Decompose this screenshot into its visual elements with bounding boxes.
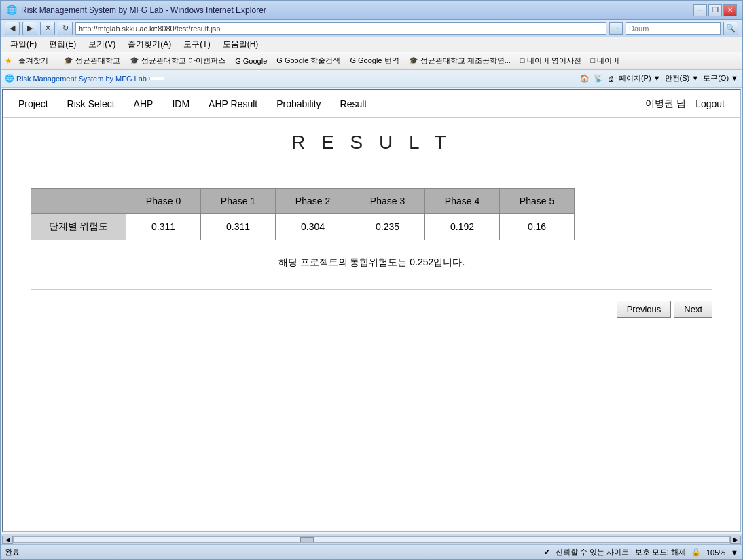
minimize-button[interactable]: ─: [693, 4, 707, 16]
status-bar: 완료 ✔ 신뢰할 수 있는 사이트 | 보호 모드: 해제 🔒 105% ▼: [1, 544, 742, 559]
home-icon[interactable]: 🏠: [580, 74, 590, 83]
title-bar: 🌐 Risk Management System by MFG Lab - Wi…: [1, 1, 742, 20]
phase1-value: 0.311: [201, 214, 276, 240]
menu-view[interactable]: 보기(V): [83, 37, 121, 52]
search-button[interactable]: 🔍: [723, 22, 738, 35]
status-text: 완료: [5, 547, 20, 557]
top-divider: [31, 174, 712, 174]
url-input[interactable]: [75, 22, 606, 35]
phase5-value: 0.16: [500, 214, 575, 240]
previous-button[interactable]: Previous: [617, 301, 672, 318]
browser-icon: 🌐: [6, 5, 17, 16]
back-button[interactable]: ◀: [5, 22, 20, 35]
page-content: R E S U L T Phase 0 Phase 1 Phase 2 Phas…: [3, 118, 740, 531]
menu-tools[interactable]: 도구(T): [178, 37, 215, 52]
horizontal-scrollbar[interactable]: ◀ ▶: [1, 534, 742, 544]
fav-item-2[interactable]: 🎓 성균관대학교 아이캠퍼스: [126, 54, 229, 67]
refresh-button[interactable]: ↻: [58, 22, 73, 35]
col-phase0-header: Phase 0: [126, 189, 201, 214]
stop-button[interactable]: ✕: [40, 22, 55, 35]
col-phase2-header: Phase 2: [276, 189, 350, 214]
nav-risk-select[interactable]: Risk Select: [66, 96, 116, 112]
menu-edit[interactable]: 편집(E): [43, 37, 81, 52]
fav-item-7[interactable]: □ 네이버 영어사전: [517, 54, 585, 67]
bottom-divider: [31, 289, 712, 290]
nav-probability[interactable]: Probability: [275, 96, 322, 112]
safety-menu[interactable]: 안전(S) ▼: [665, 73, 700, 83]
ie-toolbar-right: 🏠 📡 🖨 페이지(P) ▼ 안전(S) ▼ 도구(O) ▼: [580, 73, 738, 83]
status-right: ✔ 신뢰할 수 있는 사이트 | 보호 모드: 해제 🔒 105% ▼: [544, 547, 738, 557]
forward-button[interactable]: ▶: [22, 22, 37, 35]
favorites-bar: ★ 즐겨찾기 🎓 성균관대학교 🎓 성균관대학교 아이캠퍼스 G Google …: [1, 52, 742, 70]
ie-logo: 🌐 Risk Management System by MFG Lab: [5, 74, 147, 83]
ie-toolbar: 🌐 Risk Management System by MFG Lab 🏠 📡 …: [1, 70, 742, 88]
tools-menu[interactable]: 도구(O) ▼: [703, 73, 738, 83]
nav-project[interactable]: Project: [17, 96, 50, 112]
rss-icon[interactable]: 📡: [594, 74, 603, 83]
summary-text: 해당 프로젝트의 통합위험도는 0.252입니다.: [31, 257, 712, 269]
window-title: Risk Management System by MFG Lab - Wind…: [21, 5, 689, 15]
ie-globe-icon: 🌐: [5, 74, 14, 83]
close-button[interactable]: ✕: [723, 4, 737, 16]
result-table-wrapper: Phase 0 Phase 1 Phase 2 Phase 3 Phase 4 …: [31, 188, 712, 240]
scroll-right-btn[interactable]: ▶: [730, 536, 741, 544]
go-button[interactable]: →: [609, 22, 623, 35]
menu-file[interactable]: 파일(F): [5, 37, 42, 52]
nav-ahp-result[interactable]: AHP Result: [207, 96, 259, 112]
phase4-value: 0.192: [425, 214, 500, 240]
table-header-row: Phase 0 Phase 1 Phase 2 Phase 3 Phase 4 …: [31, 189, 575, 214]
nav-idm[interactable]: IDM: [170, 96, 191, 112]
fav-item-1[interactable]: 🎓 성균관대학교: [60, 54, 124, 67]
result-table: Phase 0 Phase 1 Phase 2 Phase 3 Phase 4 …: [31, 188, 575, 240]
fav-item-8[interactable]: □ 네이버: [587, 54, 623, 67]
menu-help[interactable]: 도움말(H): [217, 37, 264, 52]
print-icon[interactable]: 🖨: [607, 75, 615, 83]
col-phase1-header: Phase 1: [201, 189, 276, 214]
lock-icon: 🔒: [691, 548, 701, 557]
zoom-level: 105%: [706, 548, 725, 557]
phase3-value: 0.235: [350, 214, 425, 240]
phase0-value: 0.311: [126, 214, 201, 240]
buttons-area: Previous Next: [31, 301, 712, 331]
user-name: 이병권 님: [645, 98, 686, 110]
security-icon: ✔: [544, 548, 550, 557]
phase2-value: 0.304: [276, 214, 350, 240]
address-bar-area: ◀ ▶ ✕ ↻ → 🔍: [1, 20, 742, 37]
logout-link[interactable]: Logout: [694, 96, 726, 112]
restore-button[interactable]: ❐: [708, 4, 722, 16]
page-title: R E S U L T: [31, 132, 712, 153]
browser-window: 🌐 Risk Management System by MFG Lab - Wi…: [0, 0, 743, 560]
ie-tab[interactable]: [149, 77, 164, 80]
nav-menu: Project Risk Select AHP IDM AHP Result P…: [3, 90, 740, 118]
col-phase3-header: Phase 3: [350, 189, 425, 214]
table-row: 단계별 위험도 0.311 0.311 0.304 0.235 0.192 0.…: [31, 214, 575, 240]
scroll-left-btn[interactable]: ◀: [2, 536, 13, 544]
fav-item-4[interactable]: G Google 학술검색: [273, 54, 344, 67]
scrollbar-track[interactable]: [13, 536, 730, 543]
security-text: 신뢰할 수 있는 사이트 | 보호 모드: 해제: [556, 547, 686, 557]
nav-result[interactable]: Result: [339, 96, 369, 112]
menu-bar: 파일(F) 편집(E) 보기(V) 즐겨찾기(A) 도구(T) 도움말(H): [1, 37, 742, 52]
fav-item-5[interactable]: G Google 번역: [346, 54, 402, 67]
favorites-separator: [56, 55, 56, 67]
window-controls: ─ ❐ ✕: [693, 4, 737, 16]
col-label-header: [31, 189, 126, 214]
zoom-dropdown-icon[interactable]: ▼: [731, 548, 738, 557]
menu-favorites[interactable]: 즐겨찾기(A): [122, 37, 177, 52]
fav-item-6[interactable]: 🎓 성균관대학교 제조공학연...: [405, 54, 514, 67]
scrollbar-thumb[interactable]: [300, 537, 314, 542]
fav-item-3[interactable]: G Google: [232, 56, 270, 67]
page-menu[interactable]: 페이지(P) ▼: [619, 73, 661, 83]
row-label: 단계별 위험도: [31, 214, 126, 240]
ie-app-name: Risk Management System by MFG Lab: [16, 75, 147, 83]
favorites-label[interactable]: 즐겨찾기: [15, 54, 52, 67]
nav-ahp[interactable]: AHP: [132, 96, 155, 112]
nav-user-area: 이병권 님 Logout: [645, 96, 726, 112]
next-button[interactable]: Next: [674, 301, 712, 318]
search-input[interactable]: [626, 22, 721, 35]
col-phase5-header: Phase 5: [500, 189, 575, 214]
col-phase4-header: Phase 4: [425, 189, 500, 214]
favorites-star-icon: ★: [5, 56, 12, 66]
page-area: Project Risk Select AHP IDM AHP Result P…: [2, 89, 741, 532]
